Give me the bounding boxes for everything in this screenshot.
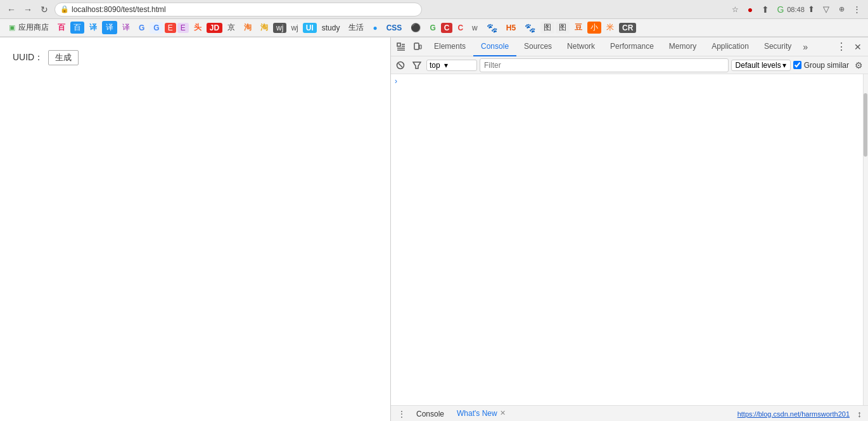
context-selector[interactable]: top ▾ (426, 60, 477, 71)
console-settings-icon[interactable]: ⚙ (852, 58, 865, 72)
browser-icon-1: ● (744, 3, 756, 16)
tab-network[interactable]: Network (559, 37, 603, 56)
device-toolbar-icon[interactable] (410, 39, 425, 55)
bookmark-baidu1[interactable]: 百 (54, 21, 69, 34)
drawer-console-label: Console (416, 410, 444, 418)
bookmark-map-icon[interactable]: 🐾 (521, 22, 539, 34)
group-similar-label[interactable]: Group similar (793, 61, 849, 70)
devtools-top-actions: ⋮ ✕ (834, 39, 865, 55)
browser-icon-3: G (774, 3, 787, 16)
extension-icon-1[interactable]: ⬆ (805, 3, 817, 16)
drawer-tab-close-icon[interactable]: ✕ (500, 409, 506, 417)
bookmark-wj1[interactable]: wj (273, 23, 286, 33)
console-prompt-area: › (391, 74, 868, 88)
lock-icon: 🔒 (60, 5, 69, 13)
bookmark-study[interactable]: study (318, 22, 344, 34)
cursor-indicator: ↕ (857, 409, 862, 419)
bookmark-c2[interactable]: C (454, 22, 467, 34)
clear-console-icon[interactable] (393, 58, 407, 72)
bookmark-e1[interactable]: E (165, 23, 176, 33)
bookmark-star-icon[interactable]: ☆ (729, 3, 741, 16)
tab-sources[interactable]: Sources (516, 37, 559, 56)
bookmark-fanyi1[interactable]: 译 (86, 21, 101, 34)
bookmark-xiao[interactable]: 小 (587, 22, 601, 34)
bookmark-css[interactable]: CSS (383, 22, 406, 34)
bookmark-ui[interactable]: UI (303, 23, 317, 33)
context-value: top (430, 61, 440, 70)
drawer-whats-new-label: What's New (457, 409, 497, 418)
bookmark-tao1[interactable]: 淘 (240, 21, 255, 34)
svg-rect-5 (414, 43, 419, 49)
default-levels-label: Default levels (736, 61, 781, 70)
back-button[interactable]: ← (5, 3, 18, 16)
forward-button[interactable]: → (22, 3, 34, 16)
filter-icon[interactable] (410, 58, 424, 72)
drawer-tab-whats-new[interactable]: What's New ✕ (452, 406, 511, 422)
customize-devtools-icon[interactable]: ⋮ (834, 39, 849, 55)
reload-button[interactable]: ↻ (38, 3, 51, 16)
default-levels-dropdown-icon: ▾ (782, 61, 786, 70)
bookmark-mi[interactable]: 米 (603, 21, 618, 34)
console-toolbar: top ▾ Default levels ▾ Group similar ⚙ (391, 56, 868, 74)
bookmark-github[interactable]: ⚫ (407, 22, 424, 34)
bookmark-h5[interactable]: H5 (502, 22, 520, 34)
extension-icon-2[interactable]: ▽ (820, 3, 833, 16)
console-chevron-icon[interactable]: › (395, 77, 397, 86)
tab-performance[interactable]: Performance (603, 37, 661, 56)
tab-security[interactable]: Security (756, 37, 799, 56)
bookmark-tou[interactable]: 头 (190, 21, 205, 34)
bookmark-fanyi2[interactable]: 译 (102, 21, 117, 34)
more-tabs-button[interactable]: » (799, 37, 812, 56)
bookmark-google2[interactable]: G (150, 22, 163, 34)
status-url[interactable]: https://blog.csdn.net/harmsworth201 (513, 410, 855, 418)
context-dropdown-icon: ▾ (444, 61, 448, 70)
extension-icon-3[interactable]: ⊕ (835, 3, 848, 16)
tab-console[interactable]: Console (473, 37, 516, 56)
bookmark-jd[interactable]: JD (207, 23, 222, 33)
uuid-area: UUID： 生成 (13, 50, 378, 65)
bookmark-tao2[interactable]: 淘 (257, 21, 272, 34)
filter-input[interactable] (480, 58, 729, 72)
tab-elements[interactable]: Elements (426, 37, 473, 56)
bookmark-fanyi3[interactable]: 译 (118, 21, 134, 34)
svg-rect-6 (419, 45, 421, 49)
address-bar[interactable]: 🔒 localhost:8090/test/test.html (54, 3, 422, 16)
console-content: › (391, 74, 868, 405)
tab-application[interactable]: Application (704, 37, 756, 56)
bookmark-wj2[interactable]: wj (288, 23, 301, 33)
page-content: UUID： 生成 (0, 37, 390, 421)
bookmark-paw-icon[interactable]: 🐾 (483, 22, 501, 34)
drawer-tab-console[interactable]: Console (411, 406, 449, 422)
bookmark-baidu2[interactable]: 百 (70, 22, 84, 34)
generate-button[interactable]: 生成 (48, 50, 79, 65)
bookmark-appstore[interactable]: ▣ 应用商店 (4, 21, 53, 34)
scrollbar-thumb[interactable] (864, 93, 867, 157)
bookmark-jing[interactable]: 京 (224, 21, 239, 34)
bookmark-c1[interactable]: C (441, 23, 453, 33)
svg-rect-0 (397, 43, 400, 46)
inspect-element-icon[interactable] (393, 39, 409, 55)
devtools-panel: Elements Console Sources Network Perform… (390, 37, 868, 421)
menu-icon[interactable]: ⋮ (850, 3, 863, 16)
bookmark-dou[interactable]: 豆 (571, 21, 586, 34)
bookmark-w[interactable]: w (468, 22, 482, 34)
url-text: localhost:8090/test/test.html (72, 5, 166, 14)
default-levels-selector[interactable]: Default levels ▾ (731, 60, 791, 71)
uuid-label: UUID： (13, 52, 43, 63)
group-similar-text: Group similar (804, 61, 849, 70)
close-devtools-icon[interactable]: ✕ (850, 39, 865, 55)
bookmark-g3[interactable]: G (426, 22, 439, 34)
bookmark-e2[interactable]: E (177, 23, 189, 33)
bookmark-css-icon[interactable]: ● (369, 22, 381, 34)
svg-marker-9 (413, 62, 421, 68)
group-similar-checkbox[interactable] (793, 61, 801, 69)
drawer-menu-icon[interactable]: ⋮ (395, 407, 409, 421)
bookmark-tu2[interactable]: 图 (556, 22, 570, 34)
bookmark-google1[interactable]: G (135, 22, 148, 34)
bookmark-tu[interactable]: 图 (540, 22, 554, 34)
time-display: 08:48 (789, 3, 802, 16)
bookmark-life[interactable]: 生活 (345, 21, 367, 34)
tab-memory[interactable]: Memory (661, 37, 704, 56)
bookmark-cr[interactable]: CR (619, 23, 636, 33)
console-scrollbar[interactable] (863, 74, 868, 405)
